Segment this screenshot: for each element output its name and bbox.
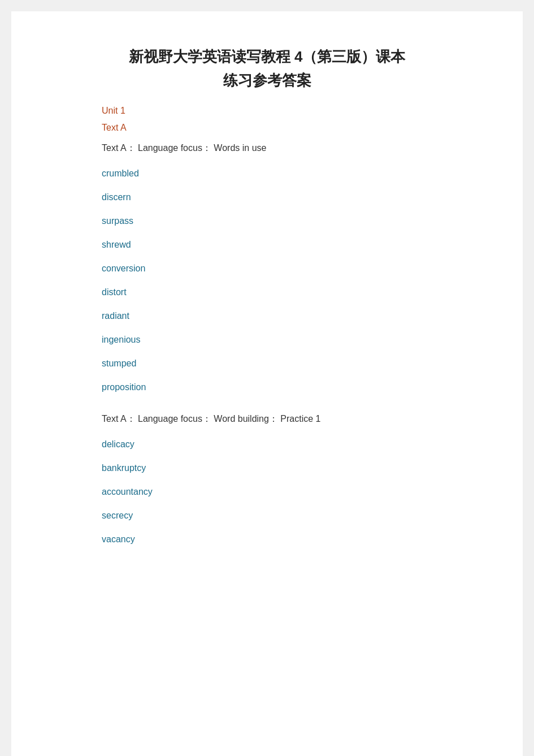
main-title: 新视野大学英语读写教程 4（第三版）课本 练习参考答案 — [102, 45, 432, 92]
word-in-use-item: surpass — [102, 214, 432, 228]
word-in-use-item: crumbled — [102, 167, 432, 180]
word-in-use-item: stumped — [102, 357, 432, 370]
word-in-use-item: conversion — [102, 262, 432, 275]
page-container: 新视野大学英语读写教程 4（第三版）课本 练习参考答案 Unit 1 Text … — [11, 11, 523, 756]
word-in-use-item: discern — [102, 191, 432, 204]
text-label: Text A — [102, 120, 432, 135]
word-building-item: bankruptcy — [102, 461, 432, 475]
word-in-use-item: proposition — [102, 381, 432, 394]
word-in-use-item: distort — [102, 286, 432, 299]
words-in-use-list: crumbleddiscernsurpassshrewdconversiondi… — [102, 167, 432, 394]
word-building-item: delicacy — [102, 438, 432, 451]
word-in-use-item: ingenious — [102, 333, 432, 347]
word-in-use-item: shrewd — [102, 238, 432, 252]
title-line2: 练习参考答案 — [102, 69, 432, 93]
word-building-list: delicacybankruptcyaccountancysecrecyvaca… — [102, 438, 432, 546]
title-line1: 新视野大学英语读写教程 4（第三版）课本 — [102, 45, 432, 69]
unit-label: Unit 1 — [102, 103, 432, 118]
word-building-item: accountancy — [102, 485, 432, 499]
word-in-use-item: radiant — [102, 309, 432, 323]
word-building-item: secrecy — [102, 509, 432, 522]
section2-header: Text A： Language focus： Word building： P… — [102, 411, 432, 427]
section1-header: Text A： Language focus： Words in use — [102, 140, 432, 157]
word-building-item: vacancy — [102, 533, 432, 546]
